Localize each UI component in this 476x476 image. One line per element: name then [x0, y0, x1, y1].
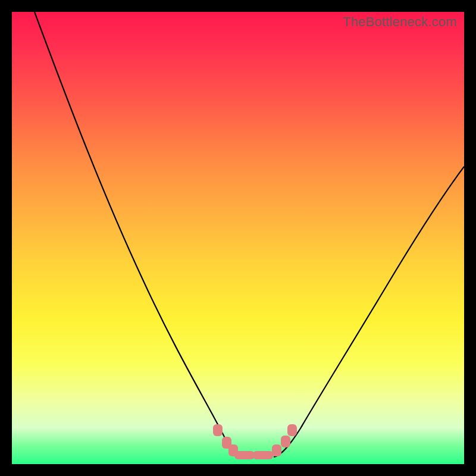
chart-plot-area: TheBottleneck.com: [12, 12, 464, 464]
curve-marker: [281, 436, 290, 447]
curve-marker: [272, 444, 281, 456]
watermark-text: TheBottleneck.com: [343, 14, 457, 30]
curve-marker: [213, 424, 223, 436]
right-curve-path: [274, 167, 464, 457]
left-curve-path: [35, 12, 249, 457]
curve-marker: [287, 424, 297, 436]
curve-marker: [253, 451, 273, 459]
bottleneck-curve: [12, 12, 464, 464]
curve-marker: [234, 451, 255, 459]
